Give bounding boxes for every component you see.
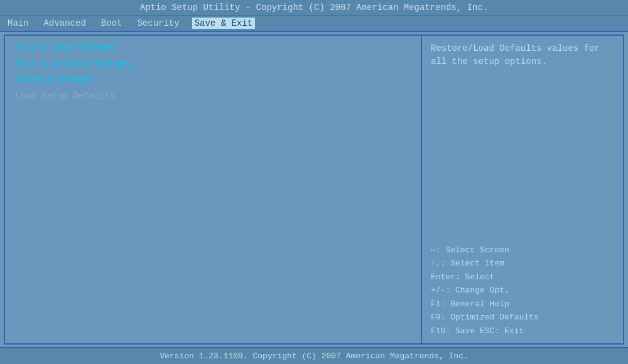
footer: Version 1.23.1109. Copyright (C) 2007 Am… [0,347,628,364]
menu-item-save-exit[interactable]: Save & Exit [192,18,255,29]
option-exit-save[interactable]: Exit & Save Changes [15,42,411,55]
key-help-f9: F9: Optimized Defaults [431,311,614,324]
help-text: Restore/Load Defaults values for all the… [431,42,614,68]
key-help-section: ↔: Select Screen ↑↓: Select Item Enter: … [431,244,614,338]
key-help-enter: Enter: Select [431,271,614,284]
right-panel: Restore/Load Defaults values for all the… [422,36,623,343]
menu-item-main[interactable]: Main [5,18,31,29]
menu-item-security[interactable]: Security [134,18,181,29]
menu-bar: Main Advanced Boot Security Save & Exit [0,16,628,32]
key-help-f10: F10: Save ESC: Exit [431,325,614,338]
option-exit-discard[interactable]: Exit & Discard Changes [15,58,411,71]
option-discard-changes[interactable]: Discard Changes [15,74,411,87]
option-load-defaults: Load Setup Defaults [15,90,411,103]
footer-text: Version 1.23.1109. Copyright (C) 2007 Am… [160,351,468,361]
title-text: Aptio Setup Utility - Copyright (C) 2007… [140,3,489,13]
key-help-change: +/-: Change Opt. [431,284,614,297]
title-bar: Aptio Setup Utility - Copyright (C) 2007… [0,0,628,16]
key-help-item: ↑↓: Select Item [431,257,614,270]
menu-item-boot[interactable]: Boot [99,18,125,29]
key-help-f1: F1: General Help [431,298,614,311]
main-content: Exit & Save Changes Exit & Discard Chang… [4,35,624,345]
left-panel: Exit & Save Changes Exit & Discard Chang… [5,36,422,343]
bios-screen: Aptio Setup Utility - Copyright (C) 2007… [0,0,628,364]
menu-item-advanced[interactable]: Advanced [41,18,89,29]
key-help-screen: ↔: Select Screen [431,244,614,257]
